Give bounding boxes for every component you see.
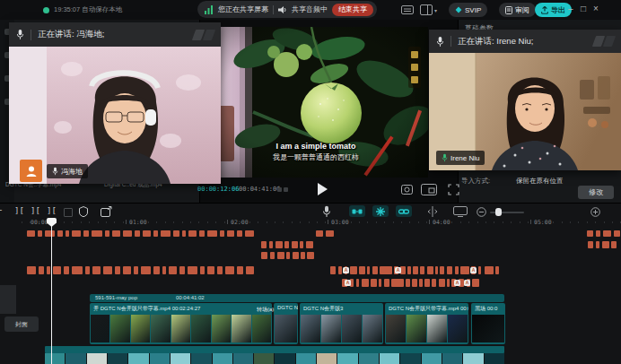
subtitle-segment[interactable] — [57, 230, 63, 237]
subtitle-segment[interactable] — [391, 279, 404, 287]
subtitle-segment[interactable] — [72, 266, 83, 274]
subtitle-segment[interactable] — [588, 241, 593, 248]
subtitle-segment[interactable] — [284, 241, 289, 248]
subtitle-segment[interactable] — [293, 252, 299, 259]
subtitle-segment[interactable] — [435, 266, 438, 274]
video-clip[interactable]: DGTC N会开版3 — [300, 303, 383, 344]
crop-icon[interactable] — [101, 206, 112, 217]
subtitle-segment[interactable] — [188, 230, 197, 237]
subtitle-segment[interactable] — [103, 266, 112, 274]
video-clip[interactable]: DGTC N — [274, 303, 298, 344]
subtitle-segment[interactable] — [316, 230, 323, 237]
subtitle-segment[interactable] — [169, 266, 177, 274]
subtitle-segment[interactable] — [261, 241, 267, 248]
split-left-icon[interactable]: ][ — [31, 206, 40, 215]
subtitle-segment[interactable] — [447, 279, 450, 287]
subtitle-segment[interactable] — [143, 230, 151, 237]
subtitle-segment[interactable] — [371, 279, 377, 287]
play-button[interactable] — [318, 183, 328, 195]
aspect-ratio-icon[interactable] — [421, 184, 437, 195]
subtitle-segment[interactable] — [338, 266, 342, 274]
subtitle-segment[interactable] — [300, 241, 303, 248]
subtitle-segment[interactable] — [207, 266, 214, 274]
split-right-icon[interactable]: ][ — [47, 206, 57, 215]
subtitle-segment[interactable] — [134, 266, 138, 274]
modify-button[interactable]: 修改 — [578, 186, 614, 199]
cover-button[interactable]: 封面 — [4, 316, 39, 332]
zoom-slider-handle[interactable] — [495, 208, 502, 216]
subtitle-segment[interactable] — [485, 266, 494, 274]
subtitle-segment[interactable] — [413, 266, 418, 274]
select-tool-icon[interactable]: ⌐ — [0, 206, 2, 215]
review-button[interactable]: 审阅 — [499, 3, 536, 17]
subtitle-segment[interactable] — [495, 266, 499, 274]
subtitle-segment[interactable] — [603, 230, 611, 237]
subtitle-segment[interactable] — [359, 266, 365, 274]
delete-icon[interactable] — [64, 208, 73, 217]
subtitle-segment[interactable] — [123, 266, 131, 274]
subtitle-segment[interactable] — [460, 266, 469, 274]
subtitle-segment[interactable] — [85, 266, 90, 274]
subtitle-segment[interactable] — [162, 266, 166, 274]
subtitle-segment[interactable] — [92, 230, 102, 237]
link-toggle[interactable] — [396, 205, 412, 217]
subtitle-segment[interactable] — [64, 266, 69, 274]
subtitle-segment[interactable] — [153, 230, 158, 237]
subtitle-segment[interactable] — [112, 230, 120, 237]
subtitle-segment[interactable] — [330, 266, 336, 274]
video-clip[interactable]: DGTC N会开版只带字幕.mp4 00:0 — [385, 303, 468, 344]
subtitle-segment[interactable] — [179, 266, 185, 274]
video-clip[interactable]: 开 DGTC N会开版只带字幕.mp4 00:02:24:27 — [90, 303, 272, 344]
subtitle-segment[interactable] — [27, 266, 36, 274]
subtitle-segment[interactable] — [419, 279, 423, 287]
window-minimize-button[interactable]: – — [568, 4, 573, 13]
subtitle-segment[interactable] — [306, 241, 313, 248]
subtitle-segment[interactable] — [447, 266, 452, 274]
export-button[interactable]: 导出 — [535, 3, 572, 17]
subtitle-segment[interactable] — [220, 230, 224, 237]
subtitle-segment[interactable] — [301, 252, 305, 259]
subtitle-segment[interactable] — [439, 279, 445, 287]
compare-icon[interactable] — [277, 187, 282, 192]
subtitle-segment[interactable] — [270, 252, 275, 259]
subtitle-segment[interactable] — [153, 266, 160, 274]
subtitle-segment[interactable] — [307, 252, 314, 259]
subtitle-segment[interactable] — [217, 266, 223, 274]
subtitle-segment[interactable] — [432, 279, 436, 287]
subtitle-segment[interactable] — [39, 266, 44, 274]
subtitle-segment[interactable] — [602, 241, 609, 248]
subtitle-segment[interactable] — [66, 230, 69, 237]
subtitle-segment[interactable] — [269, 241, 273, 248]
subtitle-segment[interactable] — [53, 266, 61, 274]
subtitle-segment[interactable] — [227, 230, 234, 237]
subtitle-segment[interactable] — [199, 230, 205, 237]
subtitle-segment[interactable] — [225, 266, 234, 274]
subtitle-segment[interactable] — [207, 230, 217, 237]
video-clip[interactable]: 黑场 00:0 — [471, 303, 505, 344]
subtitle-segment[interactable] — [424, 279, 430, 287]
subtitle-segment[interactable] — [379, 279, 381, 287]
subtitle-segment[interactable] — [380, 266, 392, 274]
subtitle-segment[interactable] — [188, 266, 197, 274]
subtitle-segment[interactable] — [596, 230, 600, 237]
magnet-toggle[interactable] — [349, 205, 365, 217]
meeting-window-left[interactable]: 正在讲话: 冯海地; — [9, 22, 221, 184]
subtitle-segment[interactable] — [455, 266, 459, 274]
bottom-track-thumbnails[interactable] — [45, 353, 504, 364]
subtitle-segment[interactable] — [261, 252, 267, 259]
subtitle-segment[interactable] — [472, 279, 479, 287]
subtitle-segment[interactable] — [83, 230, 89, 237]
audio-clip[interactable]: 591-591-may pop 00:04:41:02 — [90, 294, 504, 302]
subtitle-segment[interactable] — [478, 266, 481, 274]
subtitle-segment[interactable] — [92, 266, 101, 274]
compare-icon[interactable] — [284, 187, 288, 192]
subtitle-segment[interactable] — [276, 241, 283, 248]
end-share-button[interactable]: 结束共享 — [332, 4, 373, 16]
subtitle-segment[interactable] — [277, 252, 284, 259]
subtitle-segment[interactable] — [72, 230, 81, 237]
subtitle-segment[interactable] — [440, 266, 444, 274]
subtitle-segment[interactable] — [47, 266, 50, 274]
subtitle-segment[interactable] — [246, 266, 254, 274]
subtitle-segment[interactable] — [135, 230, 140, 237]
subtitle-segment[interactable] — [372, 266, 378, 274]
